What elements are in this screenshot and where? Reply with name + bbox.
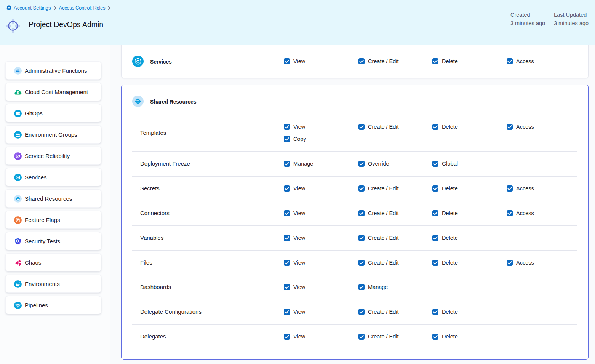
svg-text:$: $ (17, 90, 19, 95)
